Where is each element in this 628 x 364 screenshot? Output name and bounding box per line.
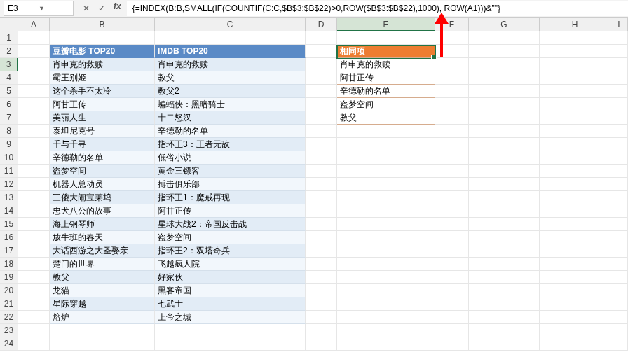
imdb-cell[interactable]: 搏击俱乐部 bbox=[155, 178, 306, 191]
cell[interactable] bbox=[337, 337, 435, 351]
cell[interactable] bbox=[469, 164, 540, 178]
cell[interactable] bbox=[469, 151, 540, 164]
row-header-4[interactable]: 4 bbox=[0, 71, 18, 85]
row-header-14[interactable]: 14 bbox=[0, 204, 18, 218]
cell[interactable] bbox=[337, 298, 435, 311]
imdb-cell[interactable]: 盗梦空间 bbox=[155, 231, 306, 244]
cell[interactable] bbox=[469, 298, 540, 311]
cell[interactable] bbox=[306, 204, 337, 218]
cell[interactable] bbox=[18, 58, 50, 71]
douban-cell[interactable]: 忠犬八公的故事 bbox=[50, 204, 155, 218]
cell[interactable] bbox=[469, 85, 540, 98]
cell[interactable] bbox=[610, 178, 628, 191]
cell[interactable] bbox=[540, 178, 610, 191]
cell[interactable] bbox=[306, 284, 337, 298]
row-header-5[interactable]: 5 bbox=[0, 85, 18, 98]
column-header-F[interactable]: F bbox=[435, 18, 469, 31]
douban-cell[interactable]: 肖申克的救赎 bbox=[50, 58, 155, 71]
cell[interactable] bbox=[540, 337, 610, 351]
imdb-cell[interactable]: 星球大战2：帝国反击战 bbox=[155, 218, 306, 231]
imdb-cell[interactable]: 教父 bbox=[155, 71, 306, 85]
spreadsheet-grid[interactable]: ABCDEFGHI12豆瓣电影 TOP20IMDB TOP20相同项3肖申克的救… bbox=[0, 18, 628, 351]
douban-cell[interactable]: 星际穿越 bbox=[50, 298, 155, 311]
cell[interactable] bbox=[18, 85, 50, 98]
cell[interactable] bbox=[435, 111, 469, 125]
cell[interactable] bbox=[306, 298, 337, 311]
header-imdb[interactable]: IMDB TOP20 bbox=[155, 45, 306, 58]
imdb-cell[interactable]: 蝙蝠侠：黑暗骑士 bbox=[155, 98, 306, 111]
cell[interactable] bbox=[610, 151, 628, 164]
cell[interactable] bbox=[469, 231, 540, 244]
douban-cell[interactable]: 泰坦尼克号 bbox=[50, 125, 155, 138]
imdb-cell[interactable]: 好家伙 bbox=[155, 271, 306, 284]
cell[interactable] bbox=[435, 138, 469, 151]
cell[interactable] bbox=[469, 271, 540, 284]
cell[interactable] bbox=[18, 138, 50, 151]
cell[interactable] bbox=[435, 324, 469, 337]
column-header-B[interactable]: B bbox=[50, 18, 155, 31]
cell[interactable] bbox=[610, 138, 628, 151]
cell[interactable] bbox=[435, 125, 469, 138]
cell[interactable] bbox=[435, 191, 469, 204]
cell[interactable] bbox=[337, 244, 435, 258]
cell[interactable] bbox=[306, 337, 337, 351]
cell[interactable] bbox=[306, 218, 337, 231]
cell[interactable] bbox=[610, 311, 628, 324]
column-header-I[interactable]: I bbox=[610, 18, 628, 31]
cell[interactable] bbox=[18, 71, 50, 85]
cell[interactable] bbox=[337, 191, 435, 204]
cell[interactable] bbox=[18, 244, 50, 258]
douban-cell[interactable]: 海上钢琴师 bbox=[50, 218, 155, 231]
row-header-16[interactable]: 16 bbox=[0, 231, 18, 244]
cell[interactable] bbox=[610, 271, 628, 284]
cell[interactable] bbox=[610, 85, 628, 98]
cell[interactable] bbox=[435, 284, 469, 298]
imdb-cell[interactable]: 七武士 bbox=[155, 298, 306, 311]
cell[interactable] bbox=[306, 138, 337, 151]
cell[interactable] bbox=[469, 244, 540, 258]
cell[interactable] bbox=[435, 45, 469, 58]
cell[interactable] bbox=[306, 151, 337, 164]
cell[interactable] bbox=[435, 178, 469, 191]
douban-cell[interactable]: 阿甘正传 bbox=[50, 98, 155, 111]
cell[interactable] bbox=[540, 244, 610, 258]
cell[interactable] bbox=[435, 71, 469, 85]
cell[interactable] bbox=[610, 258, 628, 271]
cell[interactable] bbox=[306, 85, 337, 98]
row-header-20[interactable]: 20 bbox=[0, 284, 18, 298]
douban-cell[interactable]: 美丽人生 bbox=[50, 111, 155, 125]
cell[interactable] bbox=[18, 231, 50, 244]
header-douban[interactable]: 豆瓣电影 TOP20 bbox=[50, 45, 155, 58]
cell[interactable] bbox=[306, 164, 337, 178]
cell[interactable] bbox=[435, 218, 469, 231]
cell[interactable] bbox=[306, 191, 337, 204]
row-header-22[interactable]: 22 bbox=[0, 311, 18, 324]
cell[interactable] bbox=[610, 284, 628, 298]
row-header-6[interactable]: 6 bbox=[0, 98, 18, 111]
result-cell[interactable]: 教父 bbox=[337, 111, 435, 125]
column-header-A[interactable]: A bbox=[18, 18, 50, 31]
cell[interactable] bbox=[337, 204, 435, 218]
cell[interactable] bbox=[435, 298, 469, 311]
column-header-E[interactable]: E bbox=[337, 18, 435, 31]
enter-formula-icon[interactable]: ✓ bbox=[95, 1, 109, 15]
imdb-cell[interactable]: 辛德勒的名单 bbox=[155, 125, 306, 138]
row-header-23[interactable]: 23 bbox=[0, 324, 18, 337]
imdb-cell[interactable]: 指环王1：魔戒再现 bbox=[155, 191, 306, 204]
cell[interactable] bbox=[610, 45, 628, 58]
cell[interactable] bbox=[306, 324, 337, 337]
cell[interactable] bbox=[540, 191, 610, 204]
cell[interactable] bbox=[306, 178, 337, 191]
douban-cell[interactable]: 这个杀手不太冷 bbox=[50, 85, 155, 98]
cell[interactable] bbox=[610, 324, 628, 337]
row-header-8[interactable]: 8 bbox=[0, 125, 18, 138]
cell[interactable] bbox=[540, 258, 610, 271]
cell[interactable] bbox=[435, 58, 469, 71]
cell[interactable] bbox=[469, 311, 540, 324]
cell[interactable] bbox=[610, 31, 628, 45]
cell[interactable] bbox=[540, 231, 610, 244]
cell[interactable] bbox=[540, 85, 610, 98]
cell[interactable] bbox=[435, 231, 469, 244]
cell[interactable] bbox=[435, 271, 469, 284]
column-header-G[interactable]: G bbox=[469, 18, 540, 31]
